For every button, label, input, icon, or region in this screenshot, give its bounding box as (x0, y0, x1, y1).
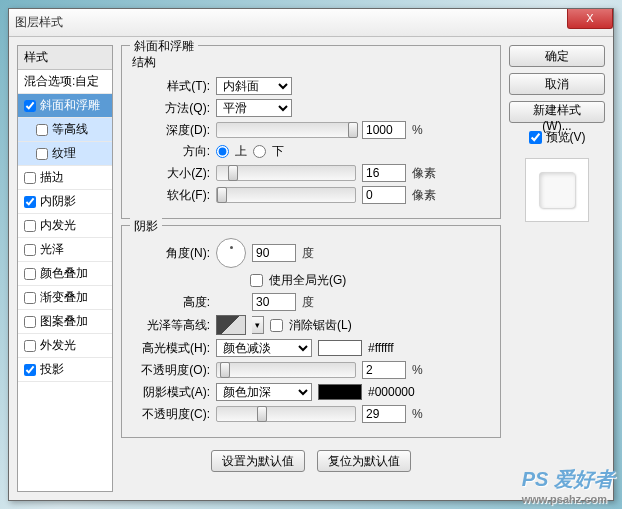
global-light-checkbox[interactable] (250, 274, 263, 287)
coloroverlay-checkbox[interactable] (24, 268, 36, 280)
technique-row: 方法(Q): 平滑 (132, 99, 490, 117)
sidebar-item-contour[interactable]: 等高线 (18, 118, 112, 142)
preview-checkbox[interactable] (529, 131, 542, 144)
texture-checkbox[interactable] (36, 148, 48, 160)
sidebar-item-innerglow[interactable]: 内发光 (18, 214, 112, 238)
preview-swatch (539, 172, 575, 208)
ok-button[interactable]: 确定 (509, 45, 605, 67)
watermark: PS 爱好者 www.psahz.com (522, 466, 614, 505)
shadow-opacity-input[interactable] (362, 405, 406, 423)
size-slider[interactable] (216, 165, 356, 181)
size-input[interactable] (362, 164, 406, 182)
layer-style-dialog: 图层样式 X 样式 混合选项:自定 斜面和浮雕 等高线 纹理 描边 内阴影 内发… (8, 8, 614, 501)
highlight-opacity-input[interactable] (362, 361, 406, 379)
direction-down-radio[interactable] (253, 145, 266, 158)
highlight-color-swatch[interactable] (318, 340, 362, 356)
styles-sidebar: 样式 混合选项:自定 斜面和浮雕 等高线 纹理 描边 内阴影 内发光 光泽 颜色… (17, 45, 113, 492)
soften-input[interactable] (362, 186, 406, 204)
altitude-input[interactable] (252, 293, 296, 311)
gradientoverlay-checkbox[interactable] (24, 292, 36, 304)
titlebar[interactable]: 图层样式 X (9, 9, 613, 37)
preview-row: 预览(V) (509, 129, 605, 146)
make-default-button[interactable]: 设置为默认值 (211, 450, 305, 472)
chevron-down-icon[interactable]: ▾ (252, 316, 264, 334)
antialias-checkbox[interactable] (270, 319, 283, 332)
sidebar-item-coloroverlay[interactable]: 颜色叠加 (18, 262, 112, 286)
shadow-opacity-row: 不透明度(C): % (132, 405, 490, 423)
main-panel: 斜面和浮雕 结构 样式(T): 内斜面 方法(Q): 平滑 深度(D): % (121, 45, 501, 492)
new-style-button[interactable]: 新建样式(W)... (509, 101, 605, 123)
shadow-mode-row: 阴影模式(A): 颜色加深 #000000 (132, 383, 490, 401)
sidebar-item-gradientoverlay[interactable]: 渐变叠加 (18, 286, 112, 310)
sidebar-item-stroke[interactable]: 描边 (18, 166, 112, 190)
structure-legend: 结构 (132, 54, 490, 71)
style-select[interactable]: 内斜面 (216, 77, 292, 95)
highlight-mode-row: 高光模式(H): 颜色减淡 #ffffff (132, 339, 490, 357)
innershadow-checkbox[interactable] (24, 196, 36, 208)
technique-select[interactable]: 平滑 (216, 99, 292, 117)
outerglow-checkbox[interactable] (24, 340, 36, 352)
soften-row: 软化(F): 像素 (132, 186, 490, 204)
patternoverlay-checkbox[interactable] (24, 316, 36, 328)
bevel-fieldset: 斜面和浮雕 结构 样式(T): 内斜面 方法(Q): 平滑 深度(D): % (121, 45, 501, 219)
preview-box (525, 158, 589, 222)
depth-slider[interactable] (216, 122, 356, 138)
gloss-contour-picker[interactable] (216, 315, 246, 335)
blend-options[interactable]: 混合选项:自定 (18, 70, 112, 94)
right-column: 确定 取消 新建样式(W)... 预览(V) (509, 45, 605, 492)
highlight-mode-select[interactable]: 颜色减淡 (216, 339, 312, 357)
sidebar-item-patternoverlay[interactable]: 图案叠加 (18, 310, 112, 334)
shading-legend: 阴影 (130, 218, 162, 235)
angle-dial[interactable] (216, 238, 246, 268)
content: 样式 混合选项:自定 斜面和浮雕 等高线 纹理 描边 内阴影 内发光 光泽 颜色… (9, 37, 613, 500)
global-row: 使用全局光(G) (132, 272, 490, 289)
sidebar-item-bevel[interactable]: 斜面和浮雕 (18, 94, 112, 118)
style-row: 样式(T): 内斜面 (132, 77, 490, 95)
sidebar-item-innershadow[interactable]: 内阴影 (18, 190, 112, 214)
shadow-color-swatch[interactable] (318, 384, 362, 400)
bevel-checkbox[interactable] (24, 100, 36, 112)
dropshadow-checkbox[interactable] (24, 364, 36, 376)
shadow-opacity-slider[interactable] (216, 406, 356, 422)
depth-row: 深度(D): % (132, 121, 490, 139)
size-row: 大小(Z): 像素 (132, 164, 490, 182)
depth-input[interactable] (362, 121, 406, 139)
contour-checkbox[interactable] (36, 124, 48, 136)
close-button[interactable]: X (567, 9, 613, 29)
cancel-button[interactable]: 取消 (509, 73, 605, 95)
gloss-row: 光泽等高线: ▾ 消除锯齿(L) (132, 315, 490, 335)
sidebar-header: 样式 (18, 46, 112, 70)
angle-row: 角度(N): 度 (132, 238, 490, 268)
sidebar-item-texture[interactable]: 纹理 (18, 142, 112, 166)
shading-fieldset: 阴影 角度(N): 度 使用全局光(G) 高度: 度 光泽等高线 (121, 225, 501, 438)
highlight-opacity-row: 不透明度(O): % (132, 361, 490, 379)
sidebar-item-outerglow[interactable]: 外发光 (18, 334, 112, 358)
stroke-checkbox[interactable] (24, 172, 36, 184)
innerglow-checkbox[interactable] (24, 220, 36, 232)
satin-checkbox[interactable] (24, 244, 36, 256)
window-title: 图层样式 (15, 14, 63, 31)
direction-up-radio[interactable] (216, 145, 229, 158)
highlight-opacity-slider[interactable] (216, 362, 356, 378)
shadow-mode-select[interactable]: 颜色加深 (216, 383, 312, 401)
altitude-row: 高度: 度 (132, 293, 490, 311)
bevel-legend: 斜面和浮雕 (130, 38, 198, 55)
sidebar-item-dropshadow[interactable]: 投影 (18, 358, 112, 382)
soften-slider[interactable] (216, 187, 356, 203)
direction-row: 方向: 上 下 (132, 143, 490, 160)
reset-default-button[interactable]: 复位为默认值 (317, 450, 411, 472)
angle-input[interactable] (252, 244, 296, 262)
bottom-buttons: 设置为默认值 复位为默认值 (121, 450, 501, 472)
sidebar-item-satin[interactable]: 光泽 (18, 238, 112, 262)
